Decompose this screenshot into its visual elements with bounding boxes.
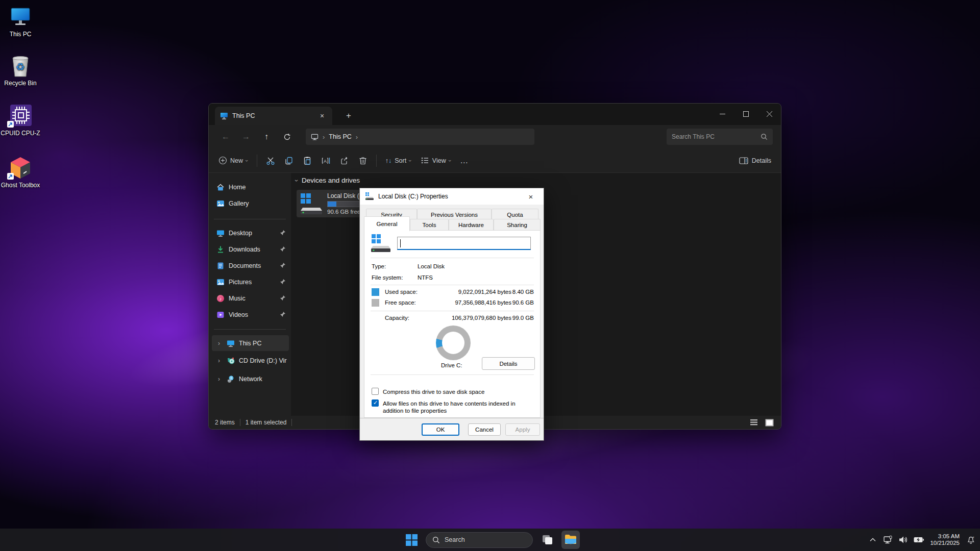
volume-label-input[interactable] [397, 237, 531, 250]
battery-tray-icon[interactable] [913, 534, 925, 546]
sidebar-item-cd-drive[interactable]: › CD Drive (D:) Virtua [212, 354, 289, 368]
back-button[interactable]: ← [217, 129, 234, 144]
devices-and-drives-header[interactable]: › Devices and drives [296, 177, 360, 184]
drive-letter-label: Drive C: [441, 362, 462, 368]
item-count: 2 items [215, 419, 235, 426]
tab-general[interactable]: General [364, 216, 410, 231]
file-explorer-taskbar-button[interactable] [561, 531, 580, 549]
index-checkbox[interactable] [372, 399, 379, 407]
ok-button[interactable]: OK [422, 423, 459, 436]
desktop-icon-cpuz[interactable]: CPUID CPU-Z [0, 103, 41, 137]
compress-checkbox[interactable] [372, 388, 379, 395]
toolbar-divider [376, 155, 377, 167]
breadcrumb-separator-icon: › [356, 133, 358, 141]
share-button[interactable] [335, 153, 354, 168]
desktop-icon-this-pc[interactable]: This PC [0, 4, 41, 38]
volume-tray-icon[interactable] [897, 534, 910, 546]
network-icon [226, 375, 235, 384]
close-button[interactable] [757, 104, 781, 124]
desktop-icon-label: CPUID CPU-Z [0, 130, 41, 137]
tab-sharing[interactable]: Sharing [494, 219, 541, 231]
tab-hardware[interactable]: Hardware [449, 219, 494, 231]
tab-quota[interactable]: Quota [492, 209, 538, 220]
desktop-icon-recycle-bin[interactable]: ♻ Recycle Bin [0, 53, 41, 87]
details-view-toggle[interactable] [748, 418, 760, 427]
pin-icon [280, 311, 286, 319]
tab-previous-versions[interactable]: Previous Versions [417, 209, 492, 220]
pin-icon [280, 262, 286, 270]
sort-button[interactable]: ↑↓ Sort › [381, 154, 416, 167]
network-tray-icon[interactable] [882, 534, 894, 546]
details-pane-button[interactable]: Details [734, 154, 776, 168]
sidebar-item-desktop[interactable]: Desktop [212, 226, 289, 240]
taskbar-clock[interactable]: 3:05 AM 10/21/2025 [928, 533, 962, 546]
dialog-footer: OK Cancel Apply [360, 418, 544, 440]
sidebar-item-gallery[interactable]: Gallery [212, 196, 289, 211]
capacity-gb: 99.0 GB [512, 315, 534, 321]
rename-button[interactable]: A [316, 153, 335, 168]
monitor-icon [311, 133, 318, 141]
paste-button[interactable] [298, 153, 316, 168]
cancel-button[interactable]: Cancel [468, 423, 501, 436]
sidebar-item-pictures[interactable]: Pictures [212, 275, 289, 289]
free-space-bytes: 97,356,988,416 bytes [455, 299, 511, 306]
cut-button[interactable] [261, 153, 280, 168]
start-button[interactable] [402, 531, 421, 549]
chevron-right-icon[interactable]: › [216, 375, 222, 383]
type-value: Local Disk [418, 263, 445, 269]
tab-label: General [377, 221, 398, 227]
forward-button[interactable]: → [237, 129, 255, 144]
address-bar[interactable]: › This PC › [306, 129, 534, 145]
sidebar-item-documents[interactable]: Documents [212, 259, 289, 273]
thumbnail-view-toggle[interactable] [764, 418, 775, 427]
sidebar-item-network[interactable]: › Network [212, 372, 289, 386]
dialog-close-icon[interactable]: × [523, 190, 538, 203]
videos-icon [216, 311, 225, 319]
up-button[interactable]: ↑ [258, 129, 275, 144]
this-pc-icon [226, 339, 235, 347]
separator [371, 374, 534, 375]
copy-icon [284, 156, 293, 165]
tab-title: This PC [232, 112, 313, 119]
search-icon [432, 536, 440, 544]
desktop-icon-ghost-toolbox[interactable]: Ghost Toolbox [0, 155, 41, 189]
pin-icon [280, 230, 286, 237]
hidden-icons-chevron[interactable] [867, 534, 879, 546]
taskbar: Search 3:05 AM [0, 529, 980, 551]
minimize-button[interactable] [710, 104, 734, 124]
notifications-bell-icon[interactable]: z [965, 534, 977, 546]
explorer-tab-this-pc[interactable]: This PC × [215, 107, 332, 125]
more-options-button[interactable]: … [455, 153, 473, 168]
maximize-button[interactable] [734, 104, 757, 124]
sidebar-item-label: Gallery [229, 200, 287, 207]
free-space-swatch [372, 299, 379, 307]
tab-close-icon[interactable]: × [317, 111, 327, 121]
view-button[interactable]: View › [416, 153, 456, 168]
clock-date: 10/21/2025 [930, 540, 960, 546]
breadcrumb-this-pc[interactable]: This PC [329, 133, 351, 140]
delete-button[interactable] [354, 153, 372, 168]
pin-icon [280, 279, 286, 286]
sidebar-item-videos[interactable]: Videos [212, 308, 289, 322]
copy-button[interactable] [280, 153, 298, 168]
new-tab-button[interactable]: + [342, 110, 355, 122]
details-button[interactable]: Details [482, 357, 535, 370]
sidebar-item-label: Desktop [229, 230, 276, 237]
sidebar-item-home[interactable]: Home [212, 180, 289, 194]
sidebar-item-music[interactable]: ♪ Music [212, 291, 289, 306]
text-caret [400, 239, 401, 247]
taskbar-search[interactable]: Search [426, 532, 533, 548]
chevron-right-icon[interactable]: › [216, 357, 222, 364]
apply-button[interactable]: Apply [505, 423, 540, 436]
chevron-down-icon: › [293, 180, 300, 182]
chevron-right-icon[interactable]: › [216, 340, 222, 347]
tab-tools[interactable]: Tools [410, 219, 449, 231]
sidebar-item-label: Videos [229, 311, 276, 318]
refresh-button[interactable] [278, 129, 296, 144]
dialog-title-bar[interactable]: Local Disk (C:) Properties × [360, 188, 544, 205]
sidebar-item-downloads[interactable]: Downloads [212, 242, 289, 257]
task-view-button[interactable] [538, 531, 556, 549]
sidebar-item-this-pc[interactable]: › This PC [212, 335, 289, 351]
search-box[interactable]: Search This PC [667, 129, 773, 145]
new-button[interactable]: New › [214, 153, 253, 168]
